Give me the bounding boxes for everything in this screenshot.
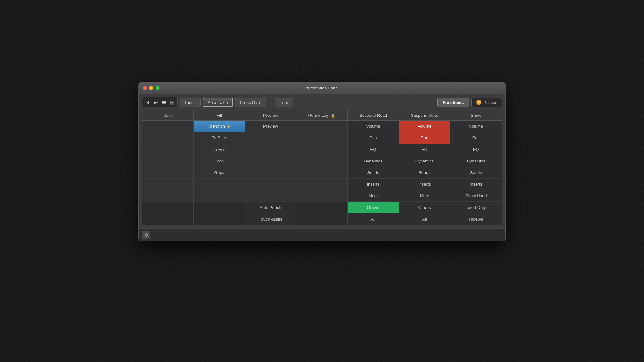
functions-button[interactable]: Functions:: [437, 98, 469, 107]
auto-latch-button[interactable]: Auto-Latch: [203, 98, 233, 107]
preview-empty-3: [245, 155, 296, 167]
join-cell-3[interactable]: [142, 144, 193, 155]
grid-body: To Punch 🔒 To Start To End Loop Gaps Pre…: [142, 121, 502, 225]
col-suspend-read: Volume Pan EQ Dynamics Sends Inserts Mut…: [348, 121, 399, 225]
fill-to-punch[interactable]: To Punch 🔒: [194, 121, 244, 132]
window-controls: [143, 86, 160, 90]
col-join: [142, 121, 194, 225]
gear-icon: ⚙: [144, 232, 148, 237]
preview-auto-punch[interactable]: Auto Punch: [245, 202, 296, 213]
cross-over-button[interactable]: Cross-Over: [235, 98, 266, 107]
show-dynamics[interactable]: Dynamics: [450, 155, 502, 167]
fill-empty-4: [194, 213, 244, 225]
sw-others[interactable]: Others: [399, 202, 450, 213]
r-icon[interactable]: R: [144, 99, 151, 106]
touch-button[interactable]: Touch: [180, 98, 201, 107]
sr-others[interactable]: Others: [348, 202, 399, 213]
bottom-bar: ⚙: [139, 228, 505, 241]
header-punchlog: Punch Log 🔒: [296, 110, 347, 120]
punchlog-empty-4: [296, 155, 347, 167]
punchlog-empty-1: [296, 121, 347, 132]
sw-inserts[interactable]: Inserts: [399, 179, 450, 190]
col-fill: To Punch 🔒 To Start To End Loop Gaps: [194, 121, 245, 225]
grid-icon[interactable]: ⊞: [168, 99, 175, 106]
circle-icon: [477, 101, 480, 104]
sw-pan[interactable]: Pan: [399, 132, 450, 144]
header-suspend-write: Suspend Write: [399, 110, 450, 120]
fill-gaps[interactable]: Gaps: [194, 167, 244, 179]
fill-to-end[interactable]: To End: [194, 144, 244, 155]
sw-eq[interactable]: EQ: [399, 144, 450, 155]
sr-inserts[interactable]: Inserts: [348, 179, 399, 190]
preview-empty-2: [245, 144, 296, 155]
preview-empty-4: [245, 167, 296, 179]
join-cell-6[interactable]: [142, 179, 193, 190]
lock-icon: 🔒: [331, 114, 335, 117]
punchlog-empty-9: [296, 213, 347, 225]
sr-sends[interactable]: Sends: [348, 167, 399, 179]
show-hide-all[interactable]: Hide All: [450, 213, 502, 225]
punchlog-empty-2: [296, 132, 347, 144]
grid-header: Join Fill Preview Punch Log 🔒 Suspend Re…: [142, 110, 502, 121]
col-preview: Preview Auto Punch Touch Assist: [245, 121, 296, 225]
main-content: R ⇤ W ⊞ Touch Auto-Latch Cross-Over Trim…: [139, 94, 505, 228]
minimize-button[interactable]: [149, 86, 153, 90]
show-volume[interactable]: Volume: [450, 121, 502, 132]
fill-to-start[interactable]: To Start: [194, 132, 244, 144]
toolbar: R ⇤ W ⊞ Touch Auto-Latch Cross-Over Trim…: [142, 97, 502, 107]
icon-group: R ⇤ W ⊞: [142, 97, 178, 107]
sw-sends[interactable]: Sends: [399, 167, 450, 179]
sr-all[interactable]: All: [348, 213, 399, 225]
sr-dynamics[interactable]: Dynamics: [348, 155, 399, 167]
trim-button[interactable]: Trim: [275, 98, 293, 107]
join-cell-8[interactable]: [142, 202, 193, 213]
w-icon[interactable]: W: [160, 99, 167, 106]
punchlog-empty-6: [296, 179, 347, 190]
sw-mute[interactable]: Mute: [399, 190, 450, 202]
gear-button[interactable]: ⚙: [142, 231, 150, 239]
window-title: Automation Panel: [306, 86, 339, 90]
preview-preview[interactable]: Preview: [245, 121, 296, 132]
header-suspend-read: Suspend Read: [348, 110, 399, 120]
join-cell-7[interactable]: [142, 190, 193, 202]
col-punchlog: [296, 121, 347, 225]
passes-button[interactable]: Passes: [471, 98, 502, 107]
join-cell-9[interactable]: [142, 213, 193, 225]
col-suspend-write: Volume Pan EQ Dynamics Sends Inserts Mut…: [399, 121, 450, 225]
sr-eq[interactable]: EQ: [348, 144, 399, 155]
header-join: Join: [142, 110, 194, 120]
col-show: Volume Pan EQ Dynamics Sends Inserts Sho…: [450, 121, 502, 225]
sw-volume[interactable]: Volume: [399, 121, 450, 132]
fill-empty-3: [194, 202, 244, 213]
show-inserts[interactable]: Inserts: [450, 179, 502, 190]
sr-pan[interactable]: Pan: [348, 132, 399, 144]
titlebar: Automation Panel: [139, 82, 505, 94]
join-cell-4[interactable]: [142, 155, 193, 167]
svg-point-0: [478, 101, 480, 104]
show-eq[interactable]: EQ: [450, 144, 502, 155]
sr-volume[interactable]: Volume: [348, 121, 399, 132]
passes-label: Passes: [483, 100, 497, 105]
fill-loop[interactable]: Loop: [194, 155, 244, 167]
arrow-back-icon[interactable]: ⇤: [152, 99, 159, 106]
join-cell-2[interactable]: [142, 132, 193, 144]
fill-empty-2: [194, 190, 244, 202]
fill-empty-1: [194, 179, 244, 190]
sw-dynamics[interactable]: Dynamics: [399, 155, 450, 167]
join-cell-1[interactable]: [142, 121, 193, 132]
header-show: Show: [450, 110, 502, 120]
punchlog-empty-3: [296, 144, 347, 155]
lock-icon-fill: 🔒: [226, 124, 231, 128]
close-button[interactable]: [143, 86, 147, 90]
join-cell-5[interactable]: [142, 167, 193, 179]
punchlog-empty-5: [296, 167, 347, 179]
show-pan[interactable]: Pan: [450, 132, 502, 144]
show-show-used[interactable]: Show Used: [450, 190, 502, 202]
sr-mute[interactable]: Mute: [348, 190, 399, 202]
sw-all[interactable]: All: [399, 213, 450, 225]
preview-touch-assist[interactable]: Touch Assist: [245, 213, 296, 225]
punchlog-empty-7: [296, 190, 347, 202]
show-used-only[interactable]: Used Only: [450, 202, 502, 213]
maximize-button[interactable]: [156, 86, 160, 90]
show-sends[interactable]: Sends: [450, 167, 502, 179]
